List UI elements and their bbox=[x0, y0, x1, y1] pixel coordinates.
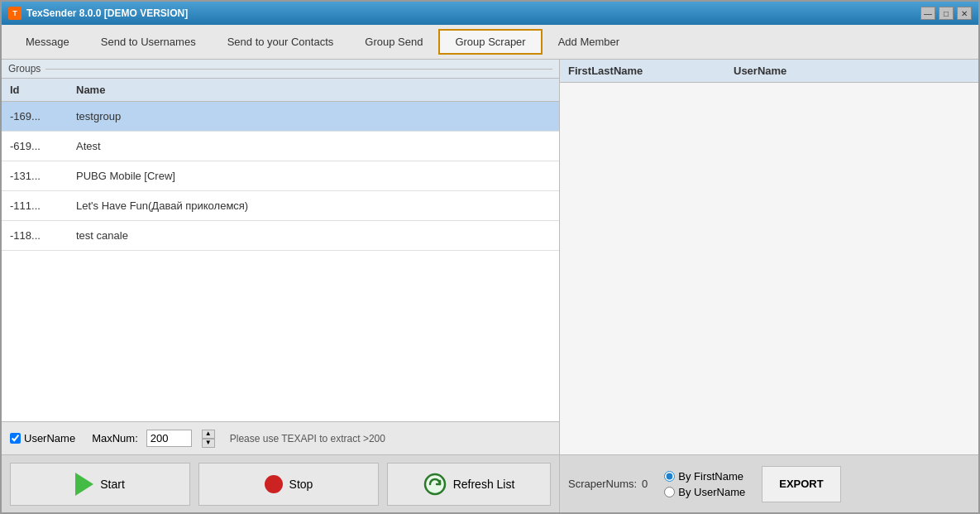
tab-send-contacts[interactable]: Send to your Contacts bbox=[212, 30, 350, 54]
cell-name: test canale bbox=[68, 221, 559, 251]
right-table-header: FirstLastName UserName bbox=[560, 60, 978, 83]
tab-group-send[interactable]: Group Send bbox=[349, 30, 438, 54]
sort-by-firstname-radio[interactable] bbox=[664, 471, 675, 482]
table-row[interactable]: -111... Let's Have Fun(Давай приколемся) bbox=[2, 191, 559, 221]
close-button[interactable]: ✕ bbox=[957, 7, 972, 20]
spinner-down[interactable]: ▼ bbox=[202, 439, 215, 448]
stop-label: Stop bbox=[289, 478, 313, 491]
cell-id: -169... bbox=[2, 102, 68, 132]
sort-by-username-text: By UserName bbox=[678, 486, 745, 498]
column-name: Name bbox=[68, 79, 559, 102]
window-controls: — □ ✕ bbox=[920, 7, 972, 20]
left-panel: Groups Id Name -169... testgroup -619.. bbox=[2, 60, 560, 512]
play-icon bbox=[75, 473, 93, 496]
action-bar: Start Stop Refresh List bbox=[2, 454, 559, 512]
start-label: Start bbox=[100, 478, 125, 491]
title-bar-left: T TexSender 8.0.0 [DEMO VERSION] bbox=[8, 7, 188, 20]
username-checkbox-label[interactable]: UserName bbox=[10, 432, 75, 444]
right-panel: FirstLastName UserName ScraperNums: 0 By… bbox=[560, 60, 978, 512]
maxnum-spinner[interactable]: ▲ ▼ bbox=[202, 430, 215, 448]
table-row[interactable]: -118... test canale bbox=[2, 221, 559, 251]
spinner-up[interactable]: ▲ bbox=[202, 430, 215, 439]
username-checkbox[interactable] bbox=[10, 433, 21, 444]
options-bar: UserName MaxNum: ▲ ▼ Please use TEXAPI t… bbox=[2, 421, 559, 454]
col-firstname-header: FirstLastName bbox=[568, 65, 734, 77]
scraper-nums: ScraperNums: 0 bbox=[568, 478, 648, 490]
cell-id: -111... bbox=[2, 191, 68, 221]
table-header-row: Id Name bbox=[2, 79, 559, 102]
maxnum-label: MaxNum: bbox=[92, 432, 138, 444]
minimize-button[interactable]: — bbox=[920, 7, 935, 20]
username-label: UserName bbox=[24, 432, 75, 444]
nav-bar: Message Send to Usernames Send to your C… bbox=[2, 25, 978, 60]
tab-add-member[interactable]: Add Member bbox=[543, 30, 635, 54]
refresh-label: Refresh List bbox=[453, 478, 515, 491]
groups-table: Id Name -169... testgroup -619... Atest … bbox=[2, 79, 559, 251]
tab-send-usernames[interactable]: Send to Usernames bbox=[85, 30, 212, 54]
cell-name: Atest bbox=[68, 132, 559, 161]
groups-divider bbox=[45, 69, 552, 70]
cell-id: -118... bbox=[2, 221, 68, 251]
col-username-header: UserName bbox=[734, 65, 970, 77]
cell-name: testgroup bbox=[68, 102, 559, 132]
right-bottom-bar: ScraperNums: 0 By FirstName By UserName … bbox=[560, 454, 978, 512]
stop-button[interactable]: Stop bbox=[198, 463, 379, 506]
groups-table-container[interactable]: Id Name -169... testgroup -619... Atest … bbox=[2, 79, 559, 421]
cell-id: -131... bbox=[2, 161, 68, 191]
title-bar: T TexSender 8.0.0 [DEMO VERSION] — □ ✕ bbox=[2, 2, 978, 25]
scraper-nums-label: ScraperNums: bbox=[568, 478, 637, 490]
tab-group-scraper[interactable]: Group Scraper bbox=[438, 29, 542, 55]
sort-options: By FirstName By UserName bbox=[664, 470, 745, 498]
maxnum-input[interactable] bbox=[146, 430, 192, 447]
cell-id: -619... bbox=[2, 132, 68, 161]
export-button[interactable]: EXPORT bbox=[762, 466, 840, 502]
cell-name: Let's Have Fun(Давай приколемся) bbox=[68, 191, 559, 221]
main-content: Groups Id Name -169... testgroup -619.. bbox=[2, 60, 978, 512]
hint-text: Please use TEXAPI to extract >200 bbox=[230, 433, 385, 444]
groups-header: Groups bbox=[2, 60, 559, 79]
right-content-area bbox=[560, 83, 978, 454]
scraper-nums-value: 0 bbox=[642, 478, 648, 490]
window-title: TexSender 8.0.0 [DEMO VERSION] bbox=[26, 7, 188, 19]
app-icon: T bbox=[8, 7, 22, 20]
maximize-button[interactable]: □ bbox=[939, 7, 954, 20]
main-window: T TexSender 8.0.0 [DEMO VERSION] — □ ✕ M… bbox=[0, 0, 980, 514]
sort-by-firstname-text: By FirstName bbox=[678, 470, 743, 483]
sort-by-username-label[interactable]: By UserName bbox=[664, 486, 745, 498]
column-id: Id bbox=[2, 79, 68, 102]
table-row[interactable]: -619... Atest bbox=[2, 132, 559, 161]
svg-point-0 bbox=[425, 474, 445, 494]
tab-message[interactable]: Message bbox=[10, 30, 85, 54]
sort-by-firstname-label[interactable]: By FirstName bbox=[664, 470, 745, 483]
cell-name: PUBG Mobile [Crew] bbox=[68, 161, 559, 191]
stop-icon bbox=[265, 475, 283, 493]
start-button[interactable]: Start bbox=[10, 463, 190, 506]
refresh-icon bbox=[423, 473, 447, 496]
groups-label: Groups bbox=[8, 63, 41, 74]
table-row[interactable]: -169... testgroup bbox=[2, 102, 559, 132]
refresh-button[interactable]: Refresh List bbox=[387, 463, 551, 506]
sort-by-username-radio[interactable] bbox=[664, 487, 675, 497]
table-row[interactable]: -131... PUBG Mobile [Crew] bbox=[2, 161, 559, 191]
